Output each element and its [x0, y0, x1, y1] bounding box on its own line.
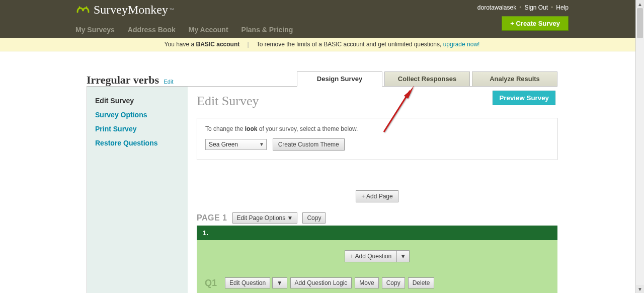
content-area: Edit Survey Survey Options Print Survey …	[87, 87, 557, 293]
sidebar-edit-survey[interactable]: Edit Survey	[87, 94, 188, 108]
edit-question-button[interactable]: Edit Question	[225, 277, 270, 288]
question-label: Q1	[205, 278, 217, 288]
add-page-row: + Add Page	[197, 190, 557, 202]
top-nav: My Surveys Address Book My Account Plans…	[75, 26, 293, 34]
brand-text: SurveyMonkey	[94, 3, 168, 17]
theme-box: To change the look of your survey, selec…	[197, 118, 557, 160]
svg-point-1	[86, 6, 88, 8]
page-label: PAGE 1	[197, 213, 227, 223]
sidebar-restore-questions[interactable]: Restore Questions	[87, 136, 188, 150]
workflow-tabs: Design Survey Collect Responses Analyze …	[295, 71, 557, 87]
sidebar: Edit Survey Survey Options Print Survey …	[87, 87, 188, 293]
add-question-dropdown-button[interactable]: ▼	[396, 250, 410, 262]
theme-selected-value: Sea Green	[209, 141, 238, 148]
add-question-row: + Add Question ▼	[205, 250, 549, 262]
preview-survey-button[interactable]: Preview Survey	[493, 91, 555, 105]
add-page-button[interactable]: + Add Page	[356, 190, 398, 202]
top-bar: SurveyMonkey™ My Surveys Address Book My…	[0, 0, 644, 38]
nav-my-account[interactable]: My Account	[189, 26, 228, 34]
delete-question-button[interactable]: Delete	[408, 277, 435, 288]
tab-collect-responses[interactable]: Collect Responses	[384, 71, 470, 86]
scroll-down-icon[interactable]: ▼	[636, 285, 644, 293]
promo-account-type: BASIC account	[196, 41, 240, 48]
edit-title-link[interactable]: Edit	[164, 79, 174, 85]
create-custom-theme-button[interactable]: Create Custom Theme	[273, 138, 345, 151]
promo-divider: |	[248, 41, 249, 48]
nav-address-book[interactable]: Address Book	[128, 26, 176, 34]
promo-banner: You have a BASIC account | To remove the…	[0, 38, 644, 51]
create-survey-button[interactable]: + Create Survey	[502, 16, 569, 31]
scroll-up-icon[interactable]: ▲	[636, 0, 644, 8]
theme-prompt: To change the look of your survey, selec…	[205, 125, 549, 132]
chevron-down-icon: ▼	[259, 141, 264, 147]
theme-select[interactable]: Sea Green ▼	[205, 139, 267, 150]
sidebar-survey-options[interactable]: Survey Options	[87, 108, 188, 122]
edit-question-dropdown-button[interactable]: ▼	[272, 277, 287, 288]
main-content: Irregular verbs Edit Design Survey Colle…	[87, 71, 557, 293]
survey-title-text: Irregular verbs	[87, 74, 159, 86]
page-box: 1. + Add Question ▼ Q1 Edit Question ▼	[197, 226, 557, 293]
trademark: ™	[169, 7, 174, 13]
nav-plans-pricing[interactable]: Plans & Pricing	[242, 26, 293, 34]
signout-link[interactable]: Sign Out	[524, 4, 548, 11]
svg-point-0	[79, 6, 80, 8]
monkey-icon	[75, 5, 91, 15]
tab-design-survey[interactable]: Design Survey	[297, 71, 382, 87]
panel: Edit Survey Preview Survey To change the…	[188, 87, 557, 293]
edit-page-options-button[interactable]: Edit Page Options ▼	[232, 212, 298, 224]
copy-page-button[interactable]: Copy	[302, 212, 326, 224]
promo-prefix: You have a	[165, 41, 196, 48]
promo-text: To remove the limits of a BASIC account …	[257, 41, 443, 48]
add-question-logic-button[interactable]: Add Question Logic	[290, 277, 352, 288]
title-bar: Irregular verbs Edit Design Survey Colle…	[87, 71, 557, 87]
page-box-body: + Add Question ▼ Q1 Edit Question ▼ Add …	[197, 240, 557, 293]
upgrade-link[interactable]: upgrade now!	[443, 41, 480, 48]
question-row: Q1 Edit Question ▼ Add Question Logic Mo…	[205, 277, 549, 288]
move-question-button[interactable]: Move	[355, 277, 378, 288]
survey-title: Irregular verbs Edit	[87, 74, 173, 87]
help-link[interactable]: Help	[556, 4, 569, 11]
vertical-scrollbar[interactable]: ▲ ▼	[635, 0, 644, 293]
copy-question-button[interactable]: Copy	[382, 277, 405, 288]
logo[interactable]: SurveyMonkey™	[75, 3, 174, 17]
scroll-thumb[interactable]	[637, 8, 643, 38]
add-question-button[interactable]: + Add Question	[345, 250, 396, 262]
page-box-title: 1.	[197, 226, 557, 240]
user-links: dorotawalasek•Sign Out•Help	[477, 4, 569, 11]
nav-my-surveys[interactable]: My Surveys	[75, 26, 115, 34]
username-link[interactable]: dorotawalasek	[477, 4, 516, 11]
sidebar-print-survey[interactable]: Print Survey	[87, 122, 188, 136]
page-header: PAGE 1 Edit Page Options ▼ Copy	[197, 212, 557, 224]
tab-analyze-results[interactable]: Analyze Results	[472, 71, 557, 86]
